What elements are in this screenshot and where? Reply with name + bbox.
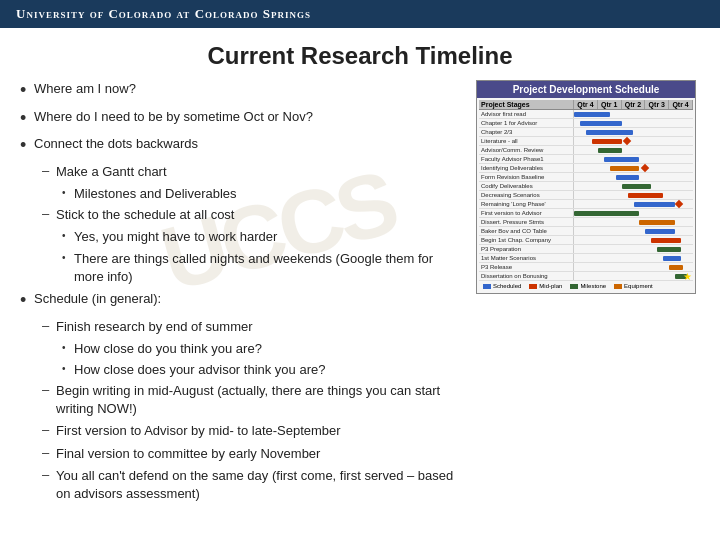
gantt-q4: Qtr 3 bbox=[645, 100, 669, 109]
gantt-row: Decreasing Scenarios bbox=[479, 191, 693, 200]
bullet-sm-icon: • bbox=[62, 340, 74, 353]
gantt-row: Remaining 'Long Phase' bbox=[479, 200, 693, 209]
item1-text: Where am I now? bbox=[34, 80, 136, 98]
sub-list-4: – Finish research by end of summer • How… bbox=[42, 318, 460, 504]
list-item: • Milestones and Deliverables bbox=[62, 185, 460, 203]
gantt-row-label: First version to Advisor bbox=[479, 209, 574, 217]
sub-sub-list-3-1: • Milestones and Deliverables bbox=[62, 185, 460, 203]
item4-sub1-sub2-text: How close does your advisor think you ar… bbox=[74, 361, 325, 379]
gantt-row-bars bbox=[574, 164, 693, 172]
item4-sub2-text: Begin writing in mid-August (actually, t… bbox=[56, 382, 460, 418]
gantt-row-label: Begin 1st Chap. Company bbox=[479, 236, 574, 244]
gantt-row: Codify Deliverables bbox=[479, 182, 693, 191]
legend-milestone-box bbox=[570, 284, 578, 289]
gantt-row: Chapter 1 for Advisor bbox=[479, 119, 693, 128]
item4-sub1-sub1-text: How close do you think you are? bbox=[74, 340, 262, 358]
gantt-row-bars bbox=[574, 119, 693, 127]
bullet-icon: • bbox=[20, 290, 34, 312]
gantt-q2: Qtr 1 bbox=[598, 100, 622, 109]
gantt-row: Begin 1st Chap. Company bbox=[479, 236, 693, 245]
page-title: Current Research Timeline bbox=[0, 28, 720, 80]
item4-sub5-text: You all can't defend on the same day (fi… bbox=[56, 467, 460, 503]
gantt-row-bars bbox=[574, 173, 693, 181]
gantt-row-label: Chapter 2/3 bbox=[479, 128, 574, 136]
university-header: University of Colorado at Colorado Sprin… bbox=[0, 0, 720, 28]
gantt-row-label: Faculty Advisor Phase1 bbox=[479, 155, 574, 163]
legend-equipment-label: Equipment bbox=[624, 283, 653, 289]
left-column: • Where am I now? • Where do I need to b… bbox=[20, 80, 470, 507]
list-item: – Stick to the schedule at all cost bbox=[42, 206, 460, 224]
gantt-row: Dissert. Pressure Stmts bbox=[479, 218, 693, 227]
gantt-row-bars bbox=[574, 209, 693, 217]
gantt-row-label: Codify Deliverables bbox=[479, 182, 574, 190]
sub-sub-list-4-1: • How close do you think you are? • How … bbox=[62, 340, 460, 379]
item4-sub3-text: First version to Advisor by mid- to late… bbox=[56, 422, 341, 440]
gantt-chart: Project Development Schedule Project Sta… bbox=[476, 80, 696, 294]
bullet-sm-icon: • bbox=[62, 185, 74, 198]
list-item: – Finish research by end of summer bbox=[42, 318, 460, 336]
item3-sub2-text: Stick to the schedule at all cost bbox=[56, 206, 234, 224]
gantt-row-bars bbox=[574, 137, 693, 145]
gantt-row-label: Baker Bov and CO Table bbox=[479, 227, 574, 235]
list-item: – Final version to committee by early No… bbox=[42, 445, 460, 463]
item4-sub4-text: Final version to committee by early Nove… bbox=[56, 445, 320, 463]
gantt-row: Form Revision Baseline bbox=[479, 173, 693, 182]
gantt-row: Identifying Deliverables bbox=[479, 164, 693, 173]
dash-icon: – bbox=[42, 422, 56, 437]
gantt-header: Project Stages Qtr 4 Qtr 1 Qtr 2 Qtr 3 Q… bbox=[479, 100, 693, 110]
gantt-q5: Qtr 4 bbox=[669, 100, 693, 109]
bullet-sm-icon: • bbox=[62, 250, 74, 263]
gantt-row-label: Dissert. Pressure Stmts bbox=[479, 218, 574, 226]
university-title: University of Colorado at Colorado Sprin… bbox=[16, 6, 311, 22]
gantt-q3: Qtr 2 bbox=[622, 100, 646, 109]
list-item: – Make a Gantt chart bbox=[42, 163, 460, 181]
gantt-row-label: Identifying Deliverables bbox=[479, 164, 574, 172]
gantt-col-label: Project Stages bbox=[479, 100, 574, 109]
item3-sub1-text: Make a Gantt chart bbox=[56, 163, 167, 181]
dash-icon: – bbox=[42, 382, 56, 397]
item4-sub1-text: Finish research by end of summer bbox=[56, 318, 253, 336]
item4-text: Schedule (in general): bbox=[34, 290, 161, 308]
item3-sub1-sub1-text: Milestones and Deliverables bbox=[74, 185, 237, 203]
dash-icon: – bbox=[42, 467, 56, 482]
gantt-row-label: Decreasing Scenarios bbox=[479, 191, 574, 199]
list-item: • Schedule (in general): bbox=[20, 290, 460, 312]
gantt-quarters: Qtr 4 Qtr 1 Qtr 2 Qtr 3 Qtr 4 bbox=[574, 100, 693, 109]
gantt-q1: Qtr 4 bbox=[574, 100, 598, 109]
gantt-row: Advisor first read bbox=[479, 110, 693, 119]
gantt-row-bars bbox=[574, 200, 693, 208]
gantt-row-label: 1st Matter Scenarios bbox=[479, 254, 574, 262]
bullet-icon: • bbox=[20, 135, 34, 157]
list-item: • How close do you think you are? bbox=[62, 340, 460, 358]
gantt-row-bars bbox=[574, 245, 693, 253]
legend-scheduled: Scheduled bbox=[483, 283, 521, 289]
gantt-row-label: Chapter 1 for Advisor bbox=[479, 119, 574, 127]
gantt-row-bars bbox=[574, 227, 693, 235]
legend-milestone: Milestone bbox=[570, 283, 606, 289]
list-item: • Where do I need to be by sometime Oct … bbox=[20, 108, 460, 130]
gantt-row: Advisor/Comm. Review bbox=[479, 146, 693, 155]
right-column: Project Development Schedule Project Sta… bbox=[470, 80, 700, 507]
gantt-row-label: Form Revision Baseline bbox=[479, 173, 574, 181]
bullet-sm-icon: • bbox=[62, 228, 74, 241]
gantt-row-label: Advisor/Comm. Review bbox=[479, 146, 574, 154]
gantt-row-bars bbox=[574, 191, 693, 199]
gantt-row-label: P3 Release bbox=[479, 263, 574, 271]
gantt-row-bars: ★ bbox=[574, 272, 693, 280]
bullet-icon: • bbox=[20, 80, 34, 102]
legend-scheduled-box bbox=[483, 284, 491, 289]
sub-list-3: – Make a Gantt chart • Milestones and De… bbox=[42, 163, 460, 286]
legend-milestone-label: Milestone bbox=[580, 283, 606, 289]
dash-icon: – bbox=[42, 318, 56, 333]
gantt-row-bars bbox=[574, 236, 693, 244]
list-item: • Where am I now? bbox=[20, 80, 460, 102]
bullet-icon: • bbox=[20, 108, 34, 130]
dash-icon: – bbox=[42, 445, 56, 460]
item2-text: Where do I need to be by sometime Oct or… bbox=[34, 108, 313, 126]
gantt-row-bars bbox=[574, 254, 693, 262]
gantt-row: Chapter 2/3 bbox=[479, 128, 693, 137]
gantt-row-bars bbox=[574, 182, 693, 190]
gantt-body: Project Stages Qtr 4 Qtr 1 Qtr 2 Qtr 3 Q… bbox=[477, 98, 695, 293]
gantt-row-label: P3 Preparation bbox=[479, 245, 574, 253]
gantt-row-label: Literature - all bbox=[479, 137, 574, 145]
